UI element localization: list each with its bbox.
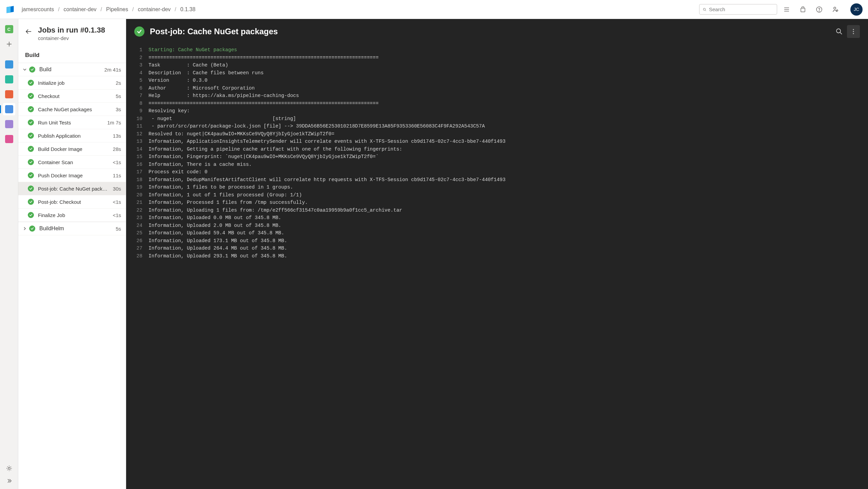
- chevron-icon: [22, 67, 28, 72]
- success-icon: [28, 212, 34, 218]
- nav-overview[interactable]: [3, 58, 15, 71]
- step-name: Build Docker Image: [38, 146, 110, 152]
- line-number: 14: [130, 145, 142, 153]
- success-icon: [28, 80, 34, 86]
- job-step-row[interactable]: Finalize Job<1s: [18, 209, 126, 222]
- nav-project[interactable]: C: [3, 23, 15, 35]
- success-icon: [28, 172, 34, 178]
- job-step-row[interactable]: Run Unit Tests1m 7s: [18, 116, 126, 129]
- job-step-row[interactable]: Post-job: Cache NuGet packages30s: [18, 182, 126, 195]
- line-number: 3: [130, 61, 142, 69]
- job-step-row[interactable]: Publish Application13s: [18, 129, 126, 142]
- line-number: 12: [130, 130, 142, 138]
- log-search-button[interactable]: [833, 25, 846, 38]
- svg-point-12: [836, 10, 838, 11]
- line-number: 24: [130, 222, 142, 230]
- expand-icon[interactable]: [6, 478, 12, 485]
- line-number: 27: [130, 244, 142, 252]
- log-line: 5Version : 0.3.0: [126, 77, 868, 84]
- step-name: Publish Application: [38, 133, 110, 139]
- list-icon[interactable]: [783, 5, 791, 14]
- job-step-row[interactable]: Push Docker Image11s: [18, 169, 126, 182]
- breadcrumb-item[interactable]: container-dev: [138, 6, 171, 13]
- log-line: 22Information, Uploading 1 files from: /…: [126, 207, 868, 214]
- user-settings-icon[interactable]: [831, 5, 840, 14]
- line-number: 5: [130, 77, 142, 84]
- nav-rail: C: [0, 19, 18, 489]
- svg-point-20: [853, 31, 854, 32]
- log-line: 13Information, ApplicationInsightsTeleme…: [126, 138, 868, 145]
- success-icon: [28, 199, 34, 205]
- log-body[interactable]: 1Starting: Cache NuGet packages2========…: [126, 44, 868, 489]
- log-line: 15Information, Fingerprint: `nuget|CK4pa…: [126, 153, 868, 161]
- nav-add[interactable]: [3, 38, 15, 50]
- breadcrumb-item[interactable]: jamesrcounts: [22, 6, 54, 13]
- breadcrumb-item[interactable]: 0.1.38: [180, 6, 195, 13]
- line-number: 8: [130, 100, 142, 107]
- step-duration: 5s: [116, 93, 121, 99]
- step-duration: <1s: [113, 199, 121, 205]
- job-group-row[interactable]: BuildHelm5s: [18, 222, 126, 235]
- log-line: 6Author : Microsoft Corporation: [126, 84, 868, 92]
- step-name: Container Scan: [38, 159, 110, 165]
- nav-testplans[interactable]: [3, 118, 15, 130]
- job-step-row[interactable]: Cache NuGet packages3s: [18, 103, 126, 116]
- svg-point-15: [8, 467, 10, 469]
- stage-label: Build: [18, 44, 126, 63]
- job-step-row[interactable]: Post-job: Checkout<1s: [18, 195, 126, 209]
- log-line: 27Information, Uploaded 264.4 MB out of …: [126, 244, 868, 252]
- step-name: Finalize Job: [38, 212, 110, 218]
- svg-line-18: [840, 33, 842, 34]
- line-number: 25: [130, 229, 142, 237]
- azure-devops-logo[interactable]: [5, 5, 15, 14]
- line-number: 6: [130, 84, 142, 92]
- log-line: 11 - parrot/src/parrot/package-lock.json…: [126, 122, 868, 130]
- breadcrumbs: jamesrcounts/ container-dev/ Pipelines/ …: [22, 6, 195, 13]
- log-line: 2=======================================…: [126, 54, 868, 62]
- line-number: 21: [130, 199, 142, 207]
- job-step-row[interactable]: Initialize job2s: [18, 76, 126, 90]
- task-status-icon: [134, 26, 144, 37]
- success-icon: [28, 133, 34, 139]
- svg-line-3: [705, 10, 706, 11]
- step-duration: 28s: [113, 146, 121, 152]
- step-name: Cache NuGet packages: [38, 106, 113, 112]
- breadcrumb-item[interactable]: container-dev: [64, 6, 97, 13]
- job-group-row[interactable]: Build2m 41s: [18, 63, 126, 76]
- step-duration: 3s: [116, 106, 121, 112]
- job-step-row[interactable]: Checkout5s: [18, 90, 126, 103]
- breadcrumb-item[interactable]: Pipelines: [106, 6, 128, 13]
- help-icon[interactable]: [815, 5, 823, 14]
- nav-boards[interactable]: [3, 73, 15, 85]
- job-duration: 2m 41s: [104, 67, 121, 73]
- job-step-row[interactable]: Build Docker Image28s: [18, 142, 126, 156]
- search-input[interactable]: [709, 6, 773, 12]
- nav-pipelines[interactable]: [3, 103, 15, 115]
- job-step-row[interactable]: Container Scan<1s: [18, 156, 126, 169]
- job-duration: 5s: [116, 226, 121, 232]
- step-duration: 2s: [116, 80, 121, 86]
- success-icon: [29, 66, 35, 73]
- log-line: 16Information, There is a cache miss.: [126, 161, 868, 169]
- search-icon: [703, 7, 706, 12]
- line-number: 4: [130, 69, 142, 77]
- log-line: 10 - nuget [string]: [126, 115, 868, 123]
- settings-icon[interactable]: [6, 465, 12, 472]
- log-line: 17Process exit code: 0: [126, 168, 868, 176]
- log-more-button[interactable]: [847, 25, 860, 38]
- jobs-sidebar: Jobs in run #0.1.38 container-dev Build …: [18, 19, 126, 489]
- top-header: jamesrcounts/ container-dev/ Pipelines/ …: [0, 0, 868, 19]
- success-icon: [28, 185, 34, 192]
- search-box[interactable]: [699, 4, 777, 15]
- shopping-bag-icon[interactable]: [799, 5, 807, 14]
- nav-repos[interactable]: [3, 88, 15, 100]
- line-number: 11: [130, 122, 142, 130]
- step-duration: 11s: [113, 173, 121, 178]
- nav-artifacts[interactable]: [3, 133, 15, 145]
- user-avatar[interactable]: JC: [850, 3, 863, 16]
- log-line: 28Information, Uploaded 293.1 MB out of …: [126, 252, 868, 260]
- log-line: 24Information, Uploaded 2.0 MB out of 34…: [126, 222, 868, 230]
- log-line: 26Information, Uploaded 173.1 MB out of …: [126, 237, 868, 245]
- back-button[interactable]: [25, 28, 33, 36]
- header-actions: JC: [783, 3, 863, 16]
